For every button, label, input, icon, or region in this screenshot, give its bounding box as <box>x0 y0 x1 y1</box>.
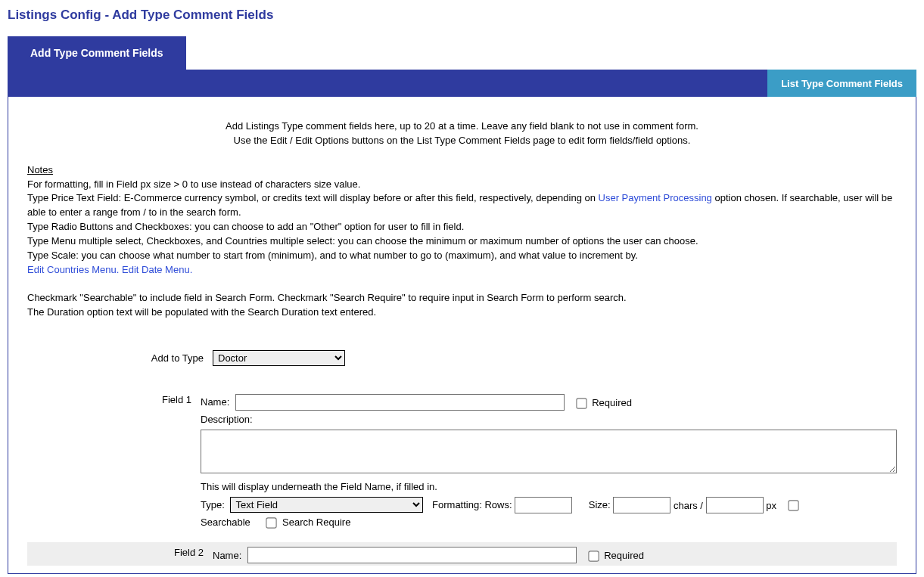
field-2-block: Field 2 Name: Required <box>27 542 897 566</box>
add-to-type-row: Add to Type Doctor <box>27 350 897 366</box>
notes-heading: Notes <box>27 164 53 175</box>
size-label: Size: <box>589 499 611 510</box>
description-label: Description: <box>201 414 253 425</box>
chars-label: chars / <box>674 499 703 510</box>
edit-date-link[interactable]: Edit Date Menu. <box>122 264 192 275</box>
field1-px-checkbox[interactable] <box>788 500 798 510</box>
add-to-type-select[interactable]: Doctor <box>213 350 345 366</box>
description-hint: This will display underneath the Field N… <box>201 480 897 495</box>
field-2-label: Field 2 <box>27 544 213 560</box>
required-label: Required <box>592 396 632 408</box>
field1-description-textarea[interactable] <box>201 430 897 473</box>
note-line: Type Radio Buttons and Checkboxes: you c… <box>27 220 897 234</box>
form-area: Add to Type Doctor Field 1 Name: Require… <box>27 350 897 566</box>
tab-add-type-comment-fields[interactable]: Add Type Comment Fields <box>8 36 186 70</box>
field1-size-chars-input[interactable] <box>613 497 670 513</box>
field-1-block: Field 1 Name: Required Description: This… <box>27 392 897 538</box>
note-line: Type Menu multiple select, Checkboxes, a… <box>27 234 897 249</box>
edit-countries-link[interactable]: Edit Countries Menu. <box>27 264 119 275</box>
searchable-label: Searchable <box>201 517 250 528</box>
field1-searchable-checkbox[interactable] <box>266 517 277 528</box>
name-label: Name: <box>201 396 229 408</box>
user-payment-processing-link[interactable]: User Payment Processing <box>599 192 712 203</box>
field1-name-input[interactable] <box>235 394 565 411</box>
intro-line: Add Listings Type comment fields here, u… <box>27 119 897 134</box>
content-panel: Add Listings Type comment fields here, u… <box>8 97 916 574</box>
field1-required-checkbox[interactable] <box>576 398 586 408</box>
note-line: Edit Countries Menu. Edit Date Menu. <box>27 263 897 278</box>
field2-name-input[interactable] <box>247 547 577 563</box>
search-require-label: Search Require <box>282 517 350 528</box>
intro-line: Use the Edit / Edit Options buttons on t… <box>27 134 897 148</box>
name-label: Name: <box>213 550 241 561</box>
formatting-label: Formatting: Rows: <box>432 499 512 510</box>
field1-type-select[interactable]: Text Field <box>230 497 423 513</box>
list-type-comment-fields-button[interactable]: List Type Comment Fields <box>767 70 916 97</box>
px-label: px <box>766 499 776 510</box>
field1-size-px-input[interactable] <box>706 497 764 513</box>
toolbar: List Type Comment Fields <box>8 70 916 97</box>
note-line: Type Scale: you can choose what number t… <box>27 249 897 263</box>
note-line: Type Price Text Field: E-Commerce curren… <box>27 191 897 220</box>
add-to-type-label: Add to Type <box>27 350 213 366</box>
type-label: Type: <box>201 499 225 510</box>
field1-rows-input[interactable] <box>515 497 572 513</box>
note-line: For formatting, fill in Field px size > … <box>27 178 897 192</box>
intro-text: Add Listings Type comment fields here, u… <box>27 119 897 148</box>
note-line: The Duration option text will be populat… <box>27 306 897 320</box>
field2-required-checkbox[interactable] <box>588 551 599 561</box>
note-line: Checkmark "Searchable" to include field … <box>27 291 897 306</box>
notes-block: Notes For formatting, fill in Field px s… <box>27 163 897 320</box>
field-1-label: Field 1 <box>27 392 201 408</box>
page-title: Listings Config - Add Type Comment Field… <box>0 0 924 36</box>
tabs-row: Add Type Comment Fields <box>8 36 924 70</box>
required-label: Required <box>604 550 644 561</box>
